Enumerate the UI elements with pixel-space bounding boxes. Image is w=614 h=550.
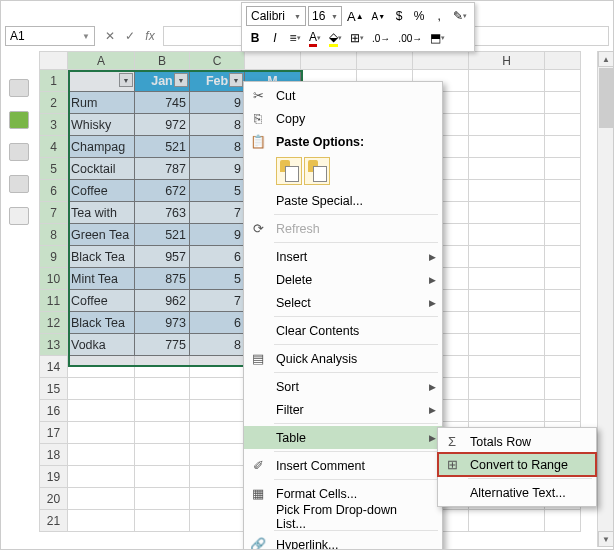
row-header[interactable]: 21	[40, 510, 68, 532]
table-cell[interactable]: 7	[190, 202, 245, 224]
percent-button[interactable]: %	[410, 6, 428, 26]
table-cell[interactable]: Vodka	[68, 334, 135, 356]
table-cell[interactable]: 9	[190, 158, 245, 180]
table-cell[interactable]: 9	[190, 224, 245, 246]
increase-decimal-button[interactable]: .0→	[369, 28, 393, 48]
ctx-filter[interactable]: Filter▶	[244, 398, 442, 421]
borders-button[interactable]: ⊞▾	[347, 28, 367, 48]
table-cell[interactable]: 521	[135, 224, 190, 246]
fill-color-button[interactable]: ⬙▾	[326, 28, 345, 48]
col-header[interactable]	[545, 52, 581, 70]
col-header[interactable]: B	[135, 52, 190, 70]
decrease-font-button[interactable]: A▼	[369, 6, 389, 26]
table-cell[interactable]: 9	[190, 92, 245, 114]
currency-button[interactable]: $	[390, 6, 408, 26]
row-header[interactable]: 20	[40, 488, 68, 510]
sub-alt-text[interactable]: Alternative Text...	[438, 481, 596, 504]
col-header[interactable]: A	[68, 52, 135, 70]
filter-dropdown-icon[interactable]: ▼	[229, 73, 243, 87]
table-cell[interactable]: 6	[190, 246, 245, 268]
row-header[interactable]: 12	[40, 312, 68, 334]
row-header[interactable]: 9	[40, 246, 68, 268]
table-cell[interactable]: 8	[190, 334, 245, 356]
table-cell[interactable]: 745	[135, 92, 190, 114]
table-cell[interactable]: Black Tea	[68, 246, 135, 268]
table-cell[interactable]: 787	[135, 158, 190, 180]
table-cell[interactable]: Whisky	[68, 114, 135, 136]
row-header[interactable]: 15	[40, 378, 68, 400]
filter-dropdown-icon[interactable]: ▼	[119, 73, 133, 87]
ctx-pick-list[interactable]: Pick From Drop-down List...	[244, 505, 442, 528]
table-cell[interactable]: 875	[135, 268, 190, 290]
enter-formula-button[interactable]: ✓	[123, 29, 137, 43]
row-header[interactable]: 6	[40, 180, 68, 202]
row-header[interactable]: 8	[40, 224, 68, 246]
col-header[interactable]	[357, 52, 413, 70]
ctx-table[interactable]: Table▶	[244, 426, 442, 449]
increase-font-button[interactable]: A▲	[344, 6, 367, 26]
row-header[interactable]: 16	[40, 400, 68, 422]
table-cell[interactable]: 972	[135, 114, 190, 136]
merge-button[interactable]: ⬒▾	[427, 28, 448, 48]
italic-button[interactable]: I	[266, 28, 284, 48]
ctx-copy[interactable]: ⎘Copy	[244, 107, 442, 130]
table-cell[interactable]: Coffee	[68, 180, 135, 202]
format-painter-button[interactable]: ✎▾	[450, 6, 470, 26]
table-cell[interactable]: 8	[190, 114, 245, 136]
col-header[interactable]	[413, 52, 469, 70]
table-cell[interactable]: 5	[190, 180, 245, 202]
nav-pane-names-icon[interactable]	[9, 175, 29, 193]
sub-convert-to-range[interactable]: ⊞Convert to Range	[438, 453, 596, 476]
font-size-combo[interactable]: 16▼	[308, 6, 342, 26]
insert-function-button[interactable]: fx	[143, 29, 157, 43]
select-all-corner[interactable]	[40, 52, 68, 70]
row-header[interactable]: 4	[40, 136, 68, 158]
cancel-formula-button[interactable]: ✕	[103, 29, 117, 43]
scroll-thumb[interactable]	[599, 68, 613, 128]
col-header[interactable]	[301, 52, 357, 70]
col-header[interactable]: H	[469, 52, 545, 70]
nav-pane-icon[interactable]	[9, 79, 29, 97]
table-cell[interactable]: 5	[190, 268, 245, 290]
table-header-jan[interactable]: Jan▼	[135, 70, 190, 92]
scroll-up-button[interactable]: ▲	[598, 51, 614, 67]
ctx-cut[interactable]: ✂Cut	[244, 84, 442, 107]
bold-button[interactable]: B	[246, 28, 264, 48]
table-header-item[interactable]: Item▼	[68, 70, 135, 92]
comma-button[interactable]: ,	[430, 6, 448, 26]
table-cell[interactable]: 6	[190, 312, 245, 334]
col-header[interactable]	[245, 52, 301, 70]
ctx-hyperlink[interactable]: 🔗Hyperlink...	[244, 533, 442, 550]
table-cell[interactable]: 7	[190, 290, 245, 312]
filter-dropdown-icon[interactable]: ▼	[174, 73, 188, 87]
ctx-insert[interactable]: Insert▶	[244, 245, 442, 268]
align-button[interactable]: ≡▾	[286, 28, 304, 48]
table-cell[interactable]: 8	[190, 136, 245, 158]
decrease-decimal-button[interactable]: .00→	[395, 28, 425, 48]
table-cell[interactable]: Champag	[68, 136, 135, 158]
scroll-down-button[interactable]: ▼	[598, 531, 614, 547]
table-cell[interactable]: 521	[135, 136, 190, 158]
row-header[interactable]: 5	[40, 158, 68, 180]
col-header[interactable]: C	[190, 52, 245, 70]
nav-pane-workbook-icon[interactable]	[9, 111, 29, 129]
nav-pane-find-icon[interactable]	[9, 207, 29, 225]
table-cell[interactable]: Mint Tea	[68, 268, 135, 290]
row-header[interactable]: 1	[40, 70, 68, 92]
vertical-scrollbar[interactable]: ▲ ▼	[597, 51, 613, 547]
table-cell[interactable]: 672	[135, 180, 190, 202]
table-cell[interactable]: 763	[135, 202, 190, 224]
table-cell[interactable]: 973	[135, 312, 190, 334]
row-header[interactable]: 7	[40, 202, 68, 224]
paste-option-formulas[interactable]	[304, 157, 330, 185]
table-cell[interactable]: Green Tea	[68, 224, 135, 246]
ctx-insert-comment[interactable]: ✐Insert Comment	[244, 454, 442, 477]
row-header[interactable]: 3	[40, 114, 68, 136]
nav-pane-autotext-icon[interactable]	[9, 143, 29, 161]
row-header[interactable]: 17	[40, 422, 68, 444]
table-cell[interactable]: Rum	[68, 92, 135, 114]
row-header[interactable]: 2	[40, 92, 68, 114]
table-cell[interactable]: 775	[135, 334, 190, 356]
row-header[interactable]: 19	[40, 466, 68, 488]
table-cell[interactable]: Tea with	[68, 202, 135, 224]
